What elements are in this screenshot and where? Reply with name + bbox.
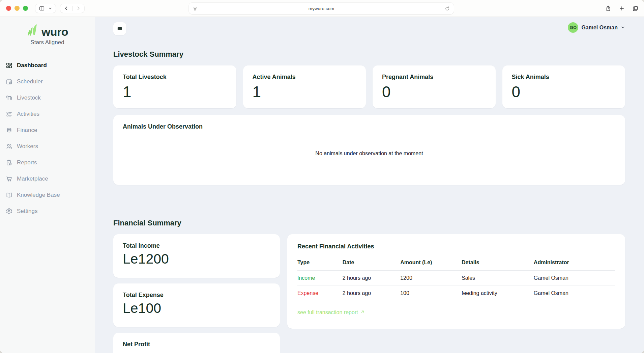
column-header: Amount (Le) bbox=[400, 260, 462, 266]
sidebar-item-activities[interactable]: Activities bbox=[0, 106, 95, 122]
sidebar-item-knowledge-base[interactable]: Knowledge Base bbox=[0, 187, 95, 203]
observation-empty-message: No animals under observation at the mome… bbox=[123, 130, 616, 177]
menu-toggle-button[interactable] bbox=[113, 22, 126, 35]
sidebar-item-workers[interactable]: Workers bbox=[0, 138, 95, 155]
fin-label: Total Expense bbox=[123, 292, 270, 299]
divider bbox=[72, 6, 72, 11]
fin-card-total-expense: Total Expense Le100 bbox=[113, 283, 280, 327]
full-transaction-report-link[interactable]: see full transaction report bbox=[297, 309, 365, 316]
brand-name: wuro bbox=[41, 25, 68, 38]
table-row: Expense 2 hours ago 100 feeding activity… bbox=[297, 286, 615, 301]
sidebar-toggle-group bbox=[35, 4, 56, 13]
stat-value: 1 bbox=[123, 84, 227, 100]
sidebar-item-settings[interactable]: Settings bbox=[0, 203, 95, 219]
leaf-logo-icon bbox=[27, 23, 40, 38]
minimize-window-button[interactable] bbox=[14, 6, 20, 11]
cell-amount: 1200 bbox=[400, 275, 462, 281]
sidebar-toggle-icon[interactable] bbox=[39, 5, 45, 11]
sidebar: wuro Stars Aligned Dashboard Scheduler bbox=[0, 17, 95, 353]
sidebar-item-label: Settings bbox=[17, 208, 37, 215]
sidebar-item-label: Activities bbox=[17, 111, 39, 117]
cell-administrator: Gamel Osman bbox=[534, 290, 615, 296]
recent-activities-title: Recent Financial Activities bbox=[297, 243, 615, 250]
table-header-row: Type Date Amount (Le) Details Administra… bbox=[297, 260, 615, 271]
column-header: Administrator bbox=[534, 260, 615, 266]
hamburger-icon bbox=[117, 25, 123, 32]
back-icon[interactable] bbox=[64, 6, 69, 11]
share-icon[interactable] bbox=[605, 5, 611, 12]
sidebar-item-marketplace[interactable]: Marketplace bbox=[0, 171, 95, 187]
sidebar-item-livestock[interactable]: Livestock bbox=[0, 90, 95, 106]
address-bar[interactable]: mywuro.com bbox=[189, 3, 454, 14]
sidebar-item-label: Workers bbox=[17, 143, 38, 150]
column-header: Type bbox=[297, 260, 343, 266]
browser-window: mywuro.com bbox=[0, 0, 644, 353]
stat-value: 0 bbox=[382, 84, 486, 100]
user-menu[interactable]: GO Gamel Osman bbox=[568, 22, 625, 33]
cell-date: 2 hours ago bbox=[343, 290, 400, 296]
activities-table: Type Date Amount (Le) Details Administra… bbox=[297, 260, 615, 301]
browser-toolbar: mywuro.com bbox=[0, 0, 644, 17]
cell-amount: 100 bbox=[400, 290, 462, 296]
sidebar-item-dashboard[interactable]: Dashboard bbox=[0, 57, 95, 74]
shopping-cart-icon bbox=[5, 175, 13, 183]
gear-icon bbox=[5, 208, 13, 215]
close-window-button[interactable] bbox=[6, 6, 11, 11]
stat-label: Sick Animals bbox=[512, 74, 616, 81]
table-row: Income 2 hours ago 1200 Sales Gamel Osma… bbox=[297, 271, 615, 286]
cell-details: Sales bbox=[462, 275, 534, 281]
sidebar-item-label: Finance bbox=[17, 127, 37, 134]
sidebar-item-finance[interactable]: Finance bbox=[0, 122, 95, 138]
livestock-stat-cards: Total Livestock 1 Active Animals 1 Pregn… bbox=[113, 65, 625, 108]
user-name: Gamel Osman bbox=[581, 25, 618, 31]
window-controls bbox=[6, 6, 28, 11]
new-tab-icon[interactable] bbox=[619, 5, 625, 11]
open-book-icon bbox=[5, 191, 13, 199]
sidebar-item-label: Marketplace bbox=[17, 175, 48, 182]
list-checks-icon bbox=[5, 110, 13, 118]
stat-card-sick-animals: Sick Animals 0 bbox=[502, 65, 625, 108]
brand-tagline: Stars Aligned bbox=[0, 39, 95, 46]
coins-icon bbox=[5, 127, 13, 134]
chevron-down-icon bbox=[621, 25, 625, 31]
cell-administrator: Gamel Osman bbox=[534, 275, 615, 281]
stat-card-total-livestock: Total Livestock 1 bbox=[113, 65, 236, 108]
stat-card-pregnant-animals: Pregnant Animals 0 bbox=[373, 65, 496, 108]
clipboard-clock-icon bbox=[5, 159, 13, 166]
avatar: GO bbox=[568, 22, 578, 33]
stat-card-active-animals: Active Animals 1 bbox=[243, 65, 366, 108]
reload-icon[interactable] bbox=[445, 6, 450, 11]
stat-label: Pregnant Animals bbox=[382, 74, 486, 81]
stat-label: Total Livestock bbox=[123, 74, 227, 81]
chevron-down-icon[interactable] bbox=[48, 6, 52, 10]
sidebar-item-label: Reports bbox=[17, 159, 37, 166]
cell-date: 2 hours ago bbox=[343, 275, 400, 281]
animal-icon bbox=[5, 94, 13, 102]
cell-details: feeding activity bbox=[462, 290, 534, 296]
stat-label: Active Animals bbox=[253, 74, 357, 81]
calendar-clock-icon bbox=[5, 78, 13, 85]
tab-overview-icon[interactable] bbox=[632, 5, 639, 12]
zoom-window-button[interactable] bbox=[23, 6, 28, 11]
observation-title: Animals Under Observation bbox=[123, 123, 616, 130]
link-label: see full transaction report bbox=[297, 309, 358, 316]
toolbar-right-actions bbox=[605, 0, 639, 17]
people-icon bbox=[5, 143, 13, 150]
app-logo: wuro Stars Aligned bbox=[0, 23, 95, 46]
financial-summary-title: Financial Summary bbox=[113, 219, 625, 227]
forward-icon[interactable] bbox=[76, 6, 81, 11]
external-arrow-icon bbox=[360, 309, 365, 316]
fin-label: Net Profit bbox=[123, 341, 270, 348]
sidebar-item-scheduler[interactable]: Scheduler bbox=[0, 74, 95, 90]
cell-type: Expense bbox=[297, 290, 343, 296]
sidebar-item-label: Knowledge Base bbox=[17, 192, 60, 198]
column-header: Details bbox=[462, 260, 534, 266]
fin-card-net-profit: Net Profit bbox=[113, 333, 280, 353]
livestock-summary-title: Livestock Summary bbox=[113, 50, 625, 59]
fin-label: Total Income bbox=[123, 242, 270, 249]
dashboard-grid-icon bbox=[5, 62, 13, 69]
sidebar-item-label: Dashboard bbox=[17, 62, 47, 69]
main-content: GO Gamel Osman Livestock Summary Total L… bbox=[95, 17, 644, 353]
fin-value: Le100 bbox=[123, 301, 270, 315]
sidebar-item-reports[interactable]: Reports bbox=[0, 155, 95, 171]
